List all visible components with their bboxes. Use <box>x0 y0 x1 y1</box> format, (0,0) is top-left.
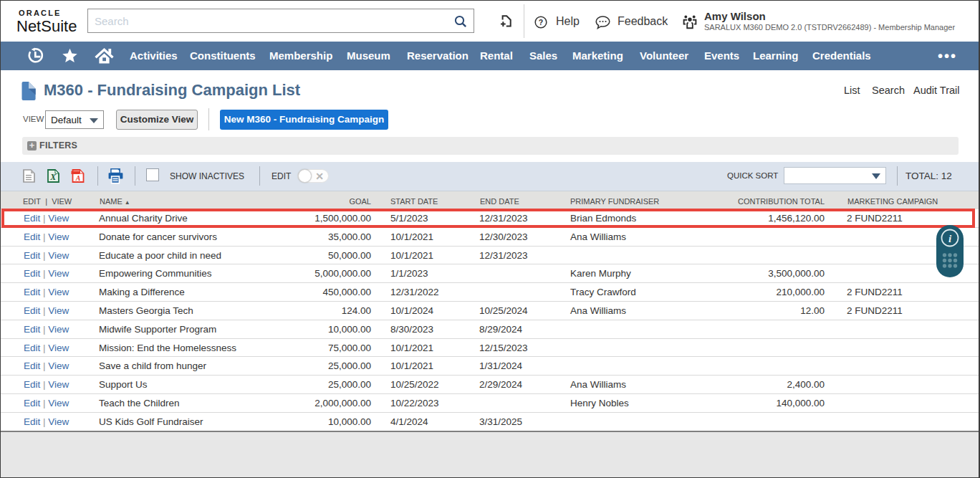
svg-text:i: i <box>948 233 952 244</box>
svg-text:?: ? <box>539 18 543 27</box>
svg-text:A: A <box>75 174 81 182</box>
svg-text:X: X <box>49 172 57 182</box>
